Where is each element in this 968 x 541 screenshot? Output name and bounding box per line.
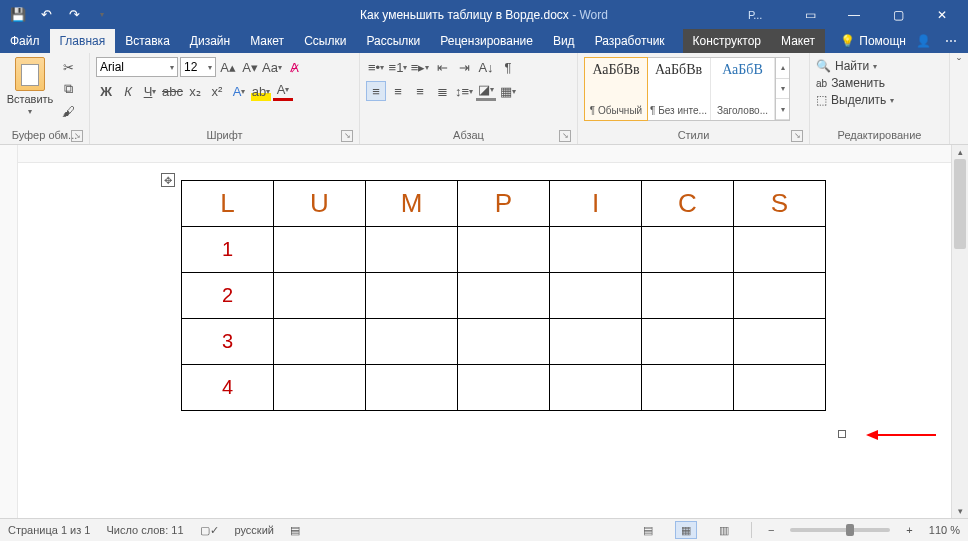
scroll-down-button[interactable]: ▾: [952, 504, 968, 518]
italic-button[interactable]: К: [118, 81, 138, 101]
table-resize-handle[interactable]: [838, 430, 846, 438]
change-case-button[interactable]: Aa▾: [262, 57, 282, 77]
align-right-button[interactable]: ≡: [410, 81, 430, 101]
align-left-button[interactable]: ≡: [366, 81, 386, 101]
shrink-font-button[interactable]: A▾: [240, 57, 260, 77]
strikethrough-button[interactable]: abc: [162, 81, 183, 101]
show-marks-button[interactable]: ¶: [498, 57, 518, 77]
table-cell[interactable]: [274, 273, 366, 319]
tab-developer[interactable]: Разработчик: [585, 29, 675, 53]
scroll-thumb[interactable]: [954, 159, 966, 249]
word-count[interactable]: Число слов: 11: [106, 524, 183, 536]
tab-table-design[interactable]: Конструктор: [683, 29, 771, 53]
close-button[interactable]: ✕: [920, 0, 964, 29]
comments-button[interactable]: ⋯: [940, 30, 962, 52]
language-indicator[interactable]: русский: [235, 524, 274, 536]
font-color-button[interactable]: A▾: [273, 81, 293, 101]
table-cell[interactable]: [274, 365, 366, 411]
bullets-button[interactable]: ≡•▾: [366, 57, 386, 77]
table-cell[interactable]: I: [550, 181, 642, 227]
table-move-handle[interactable]: ✥: [161, 173, 175, 187]
grow-font-button[interactable]: A▴: [218, 57, 238, 77]
clipboard-launcher[interactable]: ↘: [71, 130, 83, 142]
paste-button[interactable]: Вставить ▾: [6, 57, 54, 116]
web-layout-button[interactable]: ▥: [713, 521, 735, 539]
align-center-button[interactable]: ≡: [388, 81, 408, 101]
table-cell[interactable]: L: [182, 181, 274, 227]
table-cell[interactable]: [458, 273, 550, 319]
tell-me[interactable]: 💡 Помощн: [840, 34, 906, 48]
table-cell[interactable]: [550, 273, 642, 319]
table-cell[interactable]: [550, 227, 642, 273]
table-cell[interactable]: U: [274, 181, 366, 227]
table-cell[interactable]: [550, 365, 642, 411]
bold-button[interactable]: Ж: [96, 81, 116, 101]
scroll-up-button[interactable]: ▴: [952, 145, 968, 159]
style-nospacing[interactable]: АаБбВв ¶ Без инте...: [647, 58, 711, 120]
ribbon-display-button[interactable]: ▭: [788, 0, 832, 29]
font-name-dropdown[interactable]: Arial▾: [96, 57, 178, 77]
underline-button[interactable]: Ч▾: [140, 81, 160, 101]
highlight-button[interactable]: ab▾: [251, 81, 271, 101]
table-cell[interactable]: [274, 227, 366, 273]
proofing-icon[interactable]: ▢✓: [200, 524, 219, 537]
print-layout-button[interactable]: ▦: [675, 521, 697, 539]
paragraph-launcher[interactable]: ↘: [559, 130, 571, 142]
table-cell[interactable]: [366, 273, 458, 319]
zoom-level[interactable]: 110 %: [929, 524, 960, 536]
collapse-ribbon-button[interactable]: ˇ: [950, 53, 968, 144]
undo-button[interactable]: ↶: [34, 3, 58, 27]
font-launcher[interactable]: ↘: [341, 130, 353, 142]
superscript-button[interactable]: x²: [207, 81, 227, 101]
tab-design[interactable]: Дизайн: [180, 29, 240, 53]
share-button[interactable]: 👤: [912, 30, 934, 52]
clear-formatting-button[interactable]: A̷: [284, 57, 304, 77]
table-cell[interactable]: [458, 227, 550, 273]
tab-file[interactable]: Файл: [0, 29, 50, 53]
save-icon[interactable]: 💾: [6, 3, 30, 27]
qat-customize-button[interactable]: ▾: [90, 3, 114, 27]
tab-references[interactable]: Ссылки: [294, 29, 356, 53]
horizontal-ruler[interactable]: [18, 145, 951, 163]
table-cell[interactable]: [458, 319, 550, 365]
table-cell[interactable]: [734, 227, 826, 273]
page-indicator[interactable]: Страница 1 из 1: [8, 524, 90, 536]
decrease-indent-button[interactable]: ⇤: [432, 57, 452, 77]
table-cell[interactable]: 3: [182, 319, 274, 365]
borders-button[interactable]: ▦▾: [498, 81, 518, 101]
table-cell[interactable]: [366, 365, 458, 411]
styles-scroll[interactable]: ▴▾▾: [775, 58, 789, 120]
shading-button[interactable]: ◪▾: [476, 81, 496, 101]
table-cell[interactable]: [366, 319, 458, 365]
font-size-dropdown[interactable]: 12▾: [180, 57, 216, 77]
table-cell[interactable]: [458, 365, 550, 411]
vertical-ruler[interactable]: [0, 145, 18, 518]
tab-home[interactable]: Главная: [50, 29, 116, 53]
subscript-button[interactable]: x₂: [185, 81, 205, 101]
table-cell[interactable]: M: [366, 181, 458, 227]
zoom-in-button[interactable]: +: [906, 524, 912, 536]
table-cell[interactable]: [642, 365, 734, 411]
account-label[interactable]: Р...: [748, 9, 788, 21]
cut-button[interactable]: ✂: [58, 57, 78, 77]
replace-button[interactable]: ab Заменить: [816, 76, 885, 90]
multilevel-button[interactable]: ≡▸▾: [410, 57, 430, 77]
table-cell[interactable]: 4: [182, 365, 274, 411]
line-spacing-button[interactable]: ↕≡▾: [454, 81, 474, 101]
tab-view[interactable]: Вид: [543, 29, 585, 53]
table-cell[interactable]: [734, 365, 826, 411]
redo-button[interactable]: ↷: [62, 3, 86, 27]
find-button[interactable]: 🔍 Найти ▾: [816, 59, 877, 73]
table-cell[interactable]: [366, 227, 458, 273]
table-header-row[interactable]: L U M P I C S: [182, 181, 826, 227]
table-cell[interactable]: [642, 273, 734, 319]
table-cell[interactable]: [642, 319, 734, 365]
zoom-slider[interactable]: [790, 528, 890, 532]
zoom-out-button[interactable]: −: [768, 524, 774, 536]
table-cell[interactable]: [550, 319, 642, 365]
tab-table-layout[interactable]: Макет: [771, 29, 825, 53]
table-cell[interactable]: 1: [182, 227, 274, 273]
numbering-button[interactable]: ≡1▾: [388, 57, 408, 77]
table-cell[interactable]: [274, 319, 366, 365]
style-heading1[interactable]: АаБбВ Заголово...: [711, 58, 775, 120]
